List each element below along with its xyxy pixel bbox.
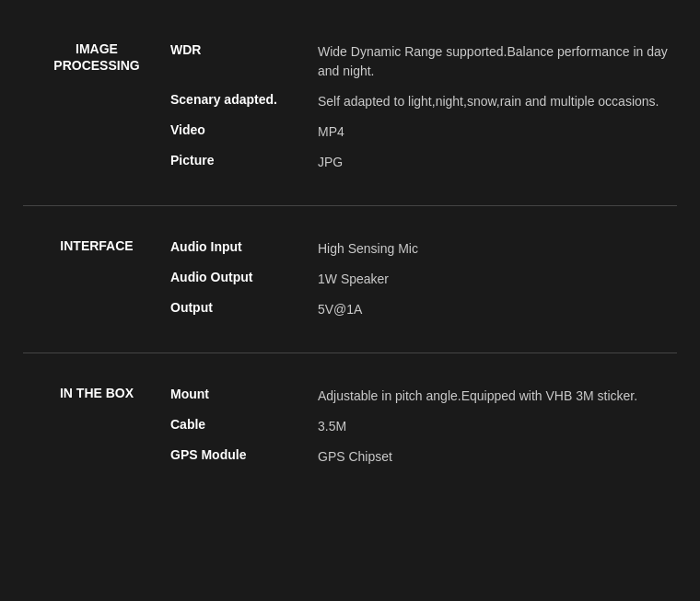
spec-row: VideoMP4	[170, 117, 677, 147]
spec-value: 5V@1A	[318, 300, 677, 319]
spec-value: 3.5M	[318, 417, 677, 436]
spec-key: Audio Output	[170, 270, 318, 284]
page-container: IMAGE PROCESSINGWDRWide Dynamic Range su…	[0, 0, 700, 601]
section-interface: INTERFACEAudio InputHigh Sensing MicAudi…	[0, 215, 700, 343]
section-in-the-box: IN THE BOXMountAdjustable in pitch angle…	[0, 363, 700, 491]
spec-value: Adjustable in pitch angle.Equipped with …	[318, 387, 677, 406]
spec-value: GPS Chipset	[318, 447, 677, 467]
spec-key: WDR	[170, 42, 318, 57]
spec-key: Cable	[170, 417, 318, 432]
spec-key: Scenary adapted.	[170, 92, 318, 107]
spec-row: MountAdjustable in pitch angle.Equipped …	[170, 381, 677, 411]
spec-key: Video	[170, 122, 318, 137]
section-content-in-the-box: MountAdjustable in pitch angle.Equipped …	[170, 381, 677, 472]
spec-key: Mount	[170, 387, 318, 401]
spec-key: Picture	[170, 153, 318, 168]
section-content-interface: Audio InputHigh Sensing MicAudio Output1…	[170, 234, 677, 325]
spec-row: Output5V@1A	[170, 295, 677, 325]
section-content-image-processing: WDRWide Dynamic Range supported.Balance …	[170, 37, 677, 178]
spec-value: 1W Speaker	[318, 270, 677, 289]
section-divider	[23, 205, 677, 206]
spec-key: Audio Input	[170, 239, 318, 254]
spec-row: Audio InputHigh Sensing Mic	[170, 234, 677, 264]
spec-row: Scenary adapted.Self adapted to light,ni…	[170, 87, 677, 117]
spec-row: WDRWide Dynamic Range supported.Balance …	[170, 37, 677, 87]
spec-row: GPS ModuleGPS Chipset	[170, 442, 677, 472]
spec-value: MP4	[318, 122, 677, 142]
spec-value: JPG	[318, 153, 677, 172]
spec-key: GPS Module	[170, 447, 318, 462]
spec-row: PictureJPG	[170, 147, 677, 178]
section-image-processing: IMAGE PROCESSINGWDRWide Dynamic Range su…	[0, 18, 700, 196]
spec-value: Wide Dynamic Range supported.Balance per…	[318, 42, 677, 81]
section-label-in-the-box: IN THE BOX	[23, 381, 170, 401]
spec-key: Output	[170, 300, 318, 315]
section-label-image-processing: IMAGE PROCESSING	[23, 37, 170, 74]
section-label-interface: INTERFACE	[23, 234, 170, 254]
spec-row: Cable3.5M	[170, 411, 677, 442]
spec-value: High Sensing Mic	[318, 239, 677, 259]
spec-row: Audio Output1W Speaker	[170, 264, 677, 295]
section-divider	[23, 353, 677, 353]
spec-value: Self adapted to light,night,snow,rain an…	[318, 92, 677, 111]
